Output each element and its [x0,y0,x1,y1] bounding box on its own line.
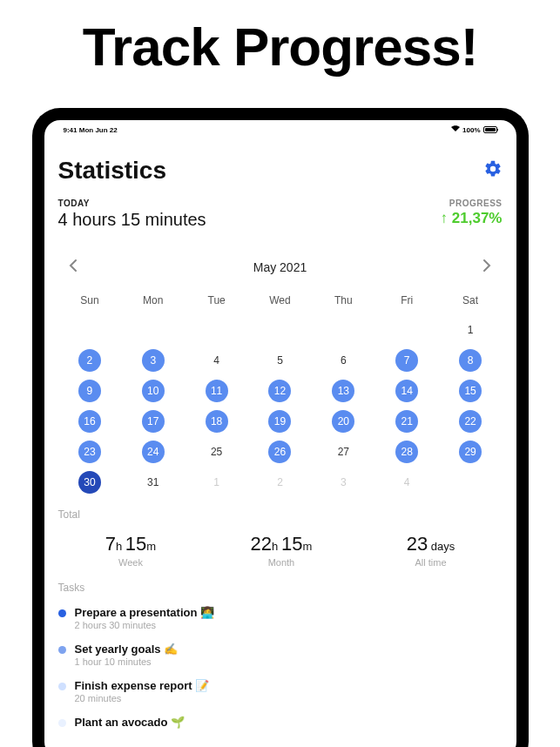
calendar-cell[interactable]: 23 [58,440,122,464]
calendar-cell[interactable]: 22 [439,409,503,434]
calendar-cell [312,318,375,342]
calendar-cell[interactable]: 14 [375,379,439,403]
calendar-cell[interactable]: 1 [185,470,248,495]
calendar-day[interactable]: 28 [395,441,418,463]
calendar-day[interactable]: 4 [206,349,228,372]
calendar-day[interactable]: 6 [332,349,354,372]
calendar-day[interactable]: 22 [459,410,482,433]
task-color-dot [58,719,66,727]
calendar-day[interactable]: 1 [459,319,482,341]
calendar-day[interactable]: 3 [332,471,354,494]
calendar-day[interactable]: 23 [78,441,101,463]
calendar-cell[interactable]: 10 [121,379,185,403]
calendar-day[interactable]: 13 [332,380,354,402]
calendar-cell[interactable]: 29 [439,440,503,464]
calendar-cell[interactable]: 13 [312,379,375,403]
calendar-cell[interactable]: 2 [58,348,122,373]
calendar-day[interactable]: 9 [78,380,101,402]
task-item[interactable]: Set yearly goals ✍️1 hour 10 minutes [58,643,503,667]
calendar-day[interactable]: 20 [332,410,354,433]
calendar-cell[interactable]: 17 [121,409,185,434]
calendar-cell[interactable]: 4 [375,470,439,495]
unit-h2: h [272,540,281,553]
task-duration: 20 minutes [75,693,210,703]
calendar-day[interactable]: 19 [268,410,291,433]
calendar-cell[interactable]: 27 [312,440,375,464]
calendar-dow: Tue [185,294,248,312]
calendar-cell[interactable]: 20 [312,409,375,434]
calendar-day[interactable]: 24 [142,441,165,463]
calendar-cell[interactable]: 21 [375,409,439,434]
calendar-day[interactable]: 29 [459,441,482,463]
calendar-day[interactable]: 15 [459,380,482,402]
calendar-prev-button[interactable] [65,256,80,279]
total-alltime-unit: days [428,540,455,553]
task-item[interactable]: Prepare a presentation 👩‍💻2 hours 30 min… [58,606,503,630]
total-week-hours: 7 [105,533,116,555]
calendar-cell[interactable]: 30 [58,470,122,495]
calendar-cell[interactable]: 9 [58,379,122,403]
calendar-dow: Fri [375,294,439,312]
page-headline: Track Progress! [0,16,560,77]
calendar-day[interactable]: 17 [142,410,165,433]
calendar-cell[interactable]: 26 [248,440,312,464]
battery-icon [483,126,497,133]
calendar-day[interactable]: 11 [206,380,228,402]
calendar-day[interactable]: 12 [268,380,291,402]
calendar-day[interactable]: 4 [395,471,418,494]
calendar-day[interactable]: 26 [268,441,291,463]
calendar-day[interactable]: 30 [78,471,101,494]
total-alltime-n: 23 [407,533,428,555]
calendar-day[interactable]: 8 [459,349,482,372]
total-week-label: Week [105,557,156,568]
calendar-cell[interactable]: 8 [439,348,503,373]
calendar-cell[interactable]: 19 [248,409,312,434]
calendar-day[interactable]: 16 [78,410,101,433]
calendar-cell[interactable]: 3 [121,348,185,373]
calendar-cell[interactable]: 24 [121,440,185,464]
calendar-next-button[interactable] [480,256,495,279]
tablet-frame: 9:41 Mon Jun 22 100% Statistics TODAY 4 … [32,108,529,747]
calendar-cell[interactable]: 28 [375,440,439,464]
calendar-day[interactable]: 14 [395,380,418,402]
calendar-day[interactable]: 21 [395,410,418,433]
calendar-day[interactable]: 7 [395,349,418,372]
calendar-cell[interactable]: 31 [121,470,185,495]
calendar-day[interactable]: 1 [206,471,228,494]
calendar-cell[interactable]: 4 [185,348,248,373]
settings-button[interactable] [483,159,503,182]
calendar-cell[interactable]: 5 [248,348,312,373]
task-item[interactable]: Finish expense report 📝20 minutes [58,679,503,703]
task-title: Prepare a presentation 👩‍💻 [75,606,215,619]
calendar-cell[interactable]: 3 [312,470,375,495]
task-title: Plant an avocado 🌱 [75,716,186,729]
calendar-cell[interactable]: 16 [58,409,122,434]
page-title: Statistics [58,157,167,185]
calendar-cell[interactable]: 6 [312,348,375,373]
calendar-day[interactable]: 3 [142,349,165,372]
tasks-section-label: Tasks [58,582,503,594]
calendar-cell[interactable]: 1 [439,318,503,342]
progress-percent: 21,37% [452,210,503,226]
calendar-day[interactable]: 18 [206,410,228,433]
calendar-cell[interactable]: 15 [439,379,503,403]
calendar-cell[interactable]: 2 [248,470,312,495]
calendar-day[interactable]: 25 [206,441,228,463]
calendar-cell[interactable]: 7 [375,348,439,373]
calendar-day[interactable]: 27 [332,441,354,463]
task-item[interactable]: Plant an avocado 🌱 [58,716,503,730]
calendar-day[interactable]: 2 [268,471,291,494]
calendar-cell[interactable]: 11 [185,379,248,403]
statusbar-time: 9:41 Mon Jun 22 [64,126,118,134]
calendar-day[interactable]: 2 [78,349,101,372]
calendar-day[interactable]: 10 [142,380,165,402]
progress-value: ↑ 21,37% [441,210,503,227]
calendar-day[interactable]: 5 [268,349,291,372]
calendar-cell[interactable]: 18 [185,409,248,434]
unit-m: m [146,540,156,553]
calendar-cell[interactable]: 12 [248,379,312,403]
calendar-day[interactable]: 31 [142,471,165,494]
calendar-cell[interactable]: 25 [185,440,248,464]
progress-arrow-icon: ↑ [441,210,449,226]
calendar-dow: Thu [312,294,375,312]
